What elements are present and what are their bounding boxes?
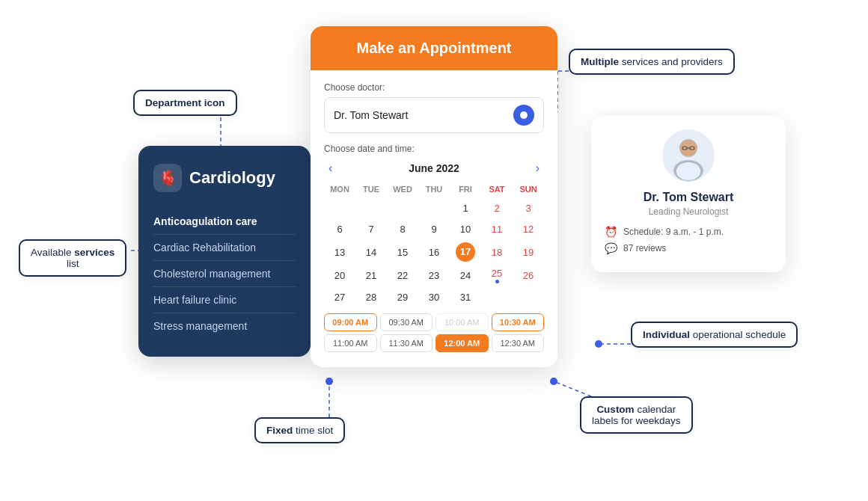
multiple-bold: Multiple: [581, 56, 619, 67]
services-text1: Available services: [31, 247, 114, 258]
doctor-select[interactable]: Dr. Tom Stewart: [324, 97, 544, 133]
list-item[interactable]: Anticoagulation care: [153, 209, 296, 234]
chat-icon: 💬: [605, 242, 617, 254]
heart-icon: 🫀: [159, 169, 177, 187]
calendar-day[interactable]: 24: [450, 265, 481, 286]
calendar-day[interactable]: 23: [418, 265, 450, 286]
calendar-section: Choose date and time: ‹ June 2022 › MON …: [324, 144, 544, 307]
calendar-day[interactable]: 21: [355, 265, 387, 286]
calendar-day[interactable]: 26: [513, 265, 544, 286]
calendar-day[interactable]: 8: [387, 218, 418, 239]
time-slot[interactable]: 09:30 AM: [380, 313, 433, 331]
time-slot[interactable]: 09:00 AM: [324, 313, 377, 331]
cardiology-panel: 🫀 Cardiology Anticoagulation care Cardia…: [138, 146, 311, 357]
fixed-time-callout: Fixed time slot: [254, 417, 345, 443]
cardiology-title: Cardiology: [189, 168, 275, 188]
dept-bold: Department icon: [145, 97, 225, 108]
weekday-wed: WED: [387, 182, 418, 197]
cardiology-icon: 🫀: [153, 164, 182, 192]
time-slot[interactable]: 10:30 AM: [492, 313, 545, 331]
calendar-day[interactable]: 30: [418, 286, 450, 307]
schedule-text: Schedule: 9 a.m. - 1 p.m.: [623, 227, 724, 237]
calendar-day[interactable]: 17: [450, 239, 481, 265]
custom-line2: labels for weekdays: [592, 415, 681, 426]
services-list-callout: Available services list: [19, 239, 126, 277]
calendar-day[interactable]: 1: [450, 197, 481, 218]
list-item[interactable]: Heart failure clinic: [153, 286, 296, 313]
doctor-card: Dr. Tom Stewart Leading Neurologist ⏰ Sc…: [591, 116, 786, 272]
services-text2: list: [67, 258, 79, 269]
custom-bold: Custom: [596, 404, 634, 415]
weekday-thu: THU: [418, 182, 450, 197]
cardiology-header: 🫀 Cardiology: [153, 164, 296, 192]
calendar-day[interactable]: 27: [324, 286, 355, 307]
doctor-role: Leading Neurologist: [605, 206, 772, 217]
list-item[interactable]: Stress management: [153, 313, 296, 339]
next-month-button[interactable]: ›: [531, 160, 544, 176]
time-slot[interactable]: 12:30 AM: [492, 334, 545, 352]
calendar-day[interactable]: 25: [481, 265, 513, 286]
calendar-nav: ‹ June 2022 ›: [324, 160, 544, 176]
calendar-day[interactable]: 11: [481, 218, 513, 239]
doctor-name: Dr. Tom Stewart: [334, 109, 408, 121]
calendar-day[interactable]: 18: [481, 239, 513, 265]
datetime-label: Choose date and time:: [324, 144, 544, 154]
time-slot[interactable]: 11:00 AM: [324, 334, 377, 352]
calendar-day: [324, 197, 355, 218]
doctor-label: Choose doctor:: [324, 82, 544, 93]
list-item[interactable]: Cholesterol management: [153, 260, 296, 286]
multiple-rest: services and providers: [619, 56, 723, 67]
calendar-day[interactable]: 2: [481, 197, 513, 218]
fixed-bold: Fixed: [266, 425, 293, 436]
reviews-info: 💬 87 reviews: [605, 242, 772, 254]
appointment-body: Choose doctor: Dr. Tom Stewart Choose da…: [311, 70, 557, 367]
custom-calendar-callout: Custom calendar labels for weekdays: [580, 396, 693, 434]
time-slot: 10:00 AM: [435, 313, 489, 331]
svg-point-6: [595, 340, 602, 348]
individual-rest: operational schedule: [690, 329, 786, 340]
clock-icon: ⏰: [605, 226, 617, 238]
time-slots-grid: 09:00 AM 09:30 AM 10:00 AM 10:30 AM 11:0…: [324, 313, 544, 352]
time-slot[interactable]: 11:30 AM: [380, 334, 433, 352]
calendar-day[interactable]: 14: [355, 239, 387, 265]
multiple-services-callout: Multiple services and providers: [569, 49, 735, 75]
weekday-sat: SAT: [481, 182, 513, 197]
calendar-day[interactable]: 12: [513, 218, 544, 239]
calendar-day[interactable]: 6: [324, 218, 355, 239]
department-icon-callout: Department icon: [133, 90, 237, 116]
calendar-day[interactable]: 7: [355, 218, 387, 239]
weekday-fri: FRI: [450, 182, 481, 197]
calendar-day[interactable]: 22: [387, 265, 418, 286]
calendar-day: [355, 197, 387, 218]
calendar-day[interactable]: 19: [513, 239, 544, 265]
time-slot[interactable]: 12:00 AM: [435, 334, 489, 352]
calendar-day[interactable]: 29: [387, 286, 418, 307]
calendar-day: [387, 197, 418, 218]
calendar-day[interactable]: 15: [387, 239, 418, 265]
individual-bold: Individual: [643, 329, 690, 340]
select-dot: [513, 105, 534, 126]
reviews-text: 87 reviews: [623, 243, 666, 253]
individual-schedule-callout: Individual operational schedule: [631, 322, 798, 348]
calendar-day: [513, 286, 544, 307]
calendar-day[interactable]: 20: [324, 265, 355, 286]
calendar-day[interactable]: 3: [513, 197, 544, 218]
weekday-mon: MON: [324, 182, 355, 197]
doctor-avatar: [662, 129, 715, 182]
calendar-day[interactable]: 31: [450, 286, 481, 307]
weekday-sun: SUN: [513, 182, 544, 197]
doctor-name: Dr. Tom Stewart: [605, 191, 772, 204]
prev-month-button[interactable]: ‹: [324, 160, 337, 176]
calendar-grid: MON TUE WED THU FRI SAT SUN 123678910111…: [324, 182, 544, 307]
calendar-day[interactable]: 10: [450, 218, 481, 239]
fixed-rest: time slot: [293, 425, 333, 436]
calendar-day[interactable]: 9: [418, 218, 450, 239]
svg-point-14: [676, 162, 700, 180]
calendar-day: [481, 286, 513, 307]
calendar-day[interactable]: 13: [324, 239, 355, 265]
calendar-day[interactable]: 28: [355, 286, 387, 307]
svg-point-8: [326, 378, 333, 385]
appointment-header: Make an Appointment: [311, 26, 557, 70]
list-item[interactable]: Cardiac Rehabilitation: [153, 234, 296, 260]
calendar-day[interactable]: 16: [418, 239, 450, 265]
